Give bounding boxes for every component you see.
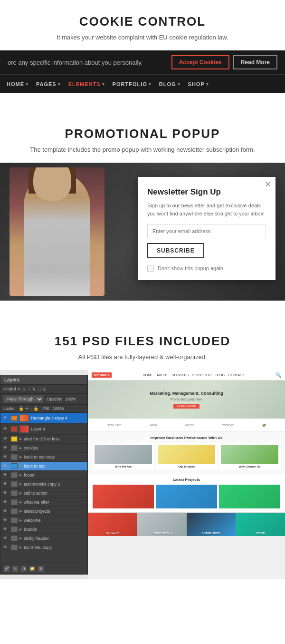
expand-icon[interactable]: ▶ xyxy=(19,527,22,531)
cookie-bar-buttons: Accept Cookies Read More xyxy=(171,55,277,69)
expand-icon[interactable]: ▶ xyxy=(19,500,22,504)
visibility-icon[interactable]: 👁 xyxy=(3,500,9,505)
blend-mode-select[interactable]: Pass Through Normal Multiply xyxy=(3,395,44,403)
layer-name: top menu copy xyxy=(24,545,85,550)
expand-icon[interactable]: ▶ xyxy=(19,446,22,450)
navigation-bar: HOME ▾ PAGES ▾ ELEMENTS ▾ PORTFOLIO ▾ BL… xyxy=(0,74,285,93)
expand-icon[interactable]: ▶ xyxy=(19,455,22,459)
ps-type-icon: T xyxy=(28,387,31,391)
expand-icon[interactable]: ▶ xyxy=(19,509,22,513)
ps-layer-rectangle3copy4[interactable]: 👁 Rectangle 3 copy 4 xyxy=(0,413,87,424)
wp-hero-cta[interactable]: LEARN MORE xyxy=(173,404,200,409)
visibility-icon[interactable]: 👁 xyxy=(3,473,9,478)
visibility-icon[interactable]: 👁 xyxy=(3,509,9,514)
visibility-icon[interactable]: 👁 xyxy=(3,536,9,541)
ps-layer-list: 👁 Rectangle 3 copy 4 👁 Layer 4 👁 ▶ alert… xyxy=(0,413,87,565)
cookie-title: COOKIE CONTROL xyxy=(10,14,276,29)
expand-icon[interactable]: ▶ xyxy=(19,537,22,540)
dont-show-checkbox[interactable] xyxy=(147,265,154,272)
expand-icon[interactable]: ▶ xyxy=(19,546,22,549)
layer-name: sticky header xyxy=(24,536,85,541)
wp-nav-services: SERVICES xyxy=(172,373,189,377)
wp-thumb-notion: notion xyxy=(236,513,285,536)
ps-layer-layer4[interactable]: 👁 Layer 4 xyxy=(0,424,87,435)
layer-name: Layer 4 xyxy=(31,427,85,431)
visibility-icon[interactable]: 👁 xyxy=(3,527,9,532)
psd-title: 151 PSD FILES INCLUDED xyxy=(10,334,276,349)
read-more-button[interactable]: Read More xyxy=(233,55,277,69)
ps-filter-icon[interactable]: ≡ xyxy=(18,387,20,391)
chevron-down-icon: ▾ xyxy=(206,82,209,87)
ps-layer-brands[interactable]: 👁 ▶ brands xyxy=(0,525,87,534)
visibility-icon[interactable]: 👁 xyxy=(3,455,9,459)
ps-layer-back-to-top-copy[interactable]: 👁 ▶ back to top copy xyxy=(0,453,87,462)
ps-toolbar: P Kind ≡ ⊙ T ↳ □ ⊡ xyxy=(0,385,87,394)
nav-item-shop[interactable]: SHOP ▾ xyxy=(188,81,209,87)
ps-layer-what-we-offer[interactable]: 👁 ▶ what we offer xyxy=(0,498,87,507)
nav-item-portfolio[interactable]: PORTFOLIO ▾ xyxy=(113,81,152,87)
ps-fx-icon[interactable]: fx xyxy=(12,566,19,572)
ps-layer-alert-ie8[interactable]: 👁 ▶ alert for IE8 or less xyxy=(0,435,87,444)
wp-feature-our-mission: Our Mission xyxy=(156,443,217,470)
ps-layer-sticky-header[interactable]: 👁 ▶ sticky header xyxy=(0,534,87,543)
ps-opacity-value: 100% xyxy=(65,397,76,401)
expand-icon[interactable]: ▶ xyxy=(19,437,22,441)
close-icon[interactable]: ✕ xyxy=(265,181,271,188)
visibility-icon[interactable]: 👁 xyxy=(3,416,9,420)
ps-opacity-label: Opacity: xyxy=(47,397,62,401)
visibility-icon[interactable]: 👁 xyxy=(3,446,9,450)
expand-icon[interactable]: ▶ xyxy=(19,473,22,477)
ps-layer-latest-projects[interactable]: 👁 ▶ latest projects xyxy=(0,507,87,516)
nav-item-elements[interactable]: ELEMENTS ▾ xyxy=(68,81,105,87)
nav-item-pages[interactable]: PAGES ▾ xyxy=(36,81,61,87)
ps-layer-testimonials[interactable]: 👁 ▶ testimonials copy 2 xyxy=(0,480,87,489)
subscribe-button[interactable]: SUBSCRIBE xyxy=(147,243,204,258)
ps-fill-label: Fill: xyxy=(43,406,50,411)
wp-hero-subtitle: Promo text goes here xyxy=(171,398,202,401)
ps-layer-welcome[interactable]: 👁 ▶ welcome xyxy=(0,516,87,525)
layer-name: cookies xyxy=(24,446,85,450)
visibility-icon[interactable]: 👁 xyxy=(3,491,9,496)
expand-icon[interactable]: ▶ xyxy=(19,464,22,468)
ps-group-icon[interactable]: 📁 xyxy=(29,566,36,572)
cookie-control-section: COOKIE CONTROL It makes your website com… xyxy=(0,0,285,50)
visibility-icon[interactable]: 👁 xyxy=(3,482,9,487)
ps-kind-label: P Kind xyxy=(3,387,16,391)
expand-icon[interactable]: ▶ xyxy=(19,491,22,495)
wp-hero-section: Marketing. Management. Consulting Promo … xyxy=(88,381,285,419)
ps-icon-1: ⊙ xyxy=(22,387,26,391)
layer-color-icon xyxy=(11,490,18,496)
wp-hero-title: Marketing. Management. Consulting xyxy=(150,391,223,396)
feature-title-1: Who We Are xyxy=(95,465,152,468)
ps-fill-value: 100% xyxy=(53,406,64,411)
nav-item-blog[interactable]: BLOG ▾ xyxy=(159,81,180,87)
visibility-icon[interactable]: 👁 xyxy=(3,518,9,523)
visibility-icon[interactable]: 👁 xyxy=(3,464,9,468)
ps-adjustment-icon[interactable]: ◑ xyxy=(20,566,27,572)
brand-1: Bella Sice xyxy=(107,423,122,427)
accept-cookies-button[interactable]: Accept Cookies xyxy=(171,55,229,69)
brand-5: 🦋 xyxy=(262,423,266,427)
psd-section: 151 PSD FILES INCLUDED All PSD files are… xyxy=(0,320,285,370)
layer-color-icon xyxy=(11,499,18,505)
ps-layer-cookies[interactable]: 👁 ▶ cookies xyxy=(0,444,87,453)
thumb-label-1: TURBEAN xyxy=(88,531,137,534)
ps-layer-top-menu-copy[interactable]: 👁 ▶ top menu copy xyxy=(0,543,87,552)
fashion-figure xyxy=(24,172,90,296)
email-field[interactable] xyxy=(147,224,266,238)
visibility-icon[interactable]: 👁 xyxy=(3,545,9,550)
expand-icon[interactable]: ▶ xyxy=(19,518,22,522)
feature-image-2 xyxy=(158,445,215,464)
visibility-icon[interactable]: 👁 xyxy=(3,427,9,431)
expand-icon[interactable]: ▶ xyxy=(19,482,22,486)
ps-layer-call-to-action[interactable]: 👁 ▶ call to action xyxy=(0,489,87,498)
ps-layer-footer[interactable]: 👁 ▶ footer xyxy=(0,471,87,480)
fashion-girl-image xyxy=(10,167,104,296)
ps-delete-icon[interactable]: 🗑 xyxy=(38,566,44,572)
nav-item-home[interactable]: HOME ▾ xyxy=(7,81,28,87)
wp-nav: HOME ABOUT SERVICES PORTFOLIO BLOG CONTA… xyxy=(114,373,273,377)
ps-link-icon[interactable]: 🔗 xyxy=(3,566,10,572)
visibility-icon[interactable]: 👁 xyxy=(3,437,9,441)
ps-layer-back-to-top[interactable]: 👁 ▶ back to top xyxy=(0,462,87,471)
wp-features-grid: Who We Are Our Mission Why Choose Us xyxy=(93,443,280,470)
